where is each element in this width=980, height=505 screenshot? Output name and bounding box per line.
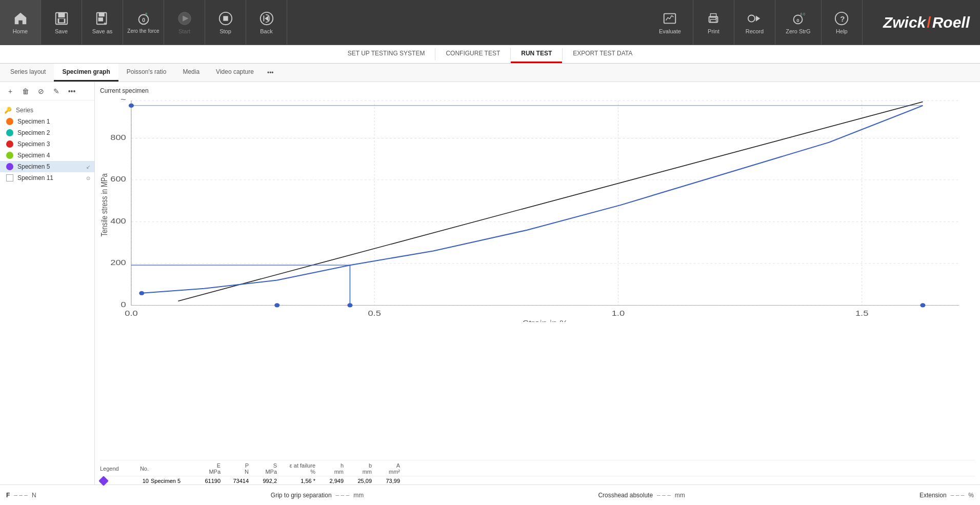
subtab-poissons[interactable]: Poisson's ratio — [118, 64, 175, 82]
svg-marker-29 — [756, 15, 760, 21]
status-extension: Extension – – – % — [919, 492, 974, 499]
grip-value: – – – — [336, 492, 350, 499]
specimen-4-item[interactable]: Specimen 4 — [0, 150, 94, 161]
svg-text:0: 0 — [145, 12, 147, 16]
edit-specimen-button[interactable]: ✎ — [50, 85, 63, 97]
legend-A-val: 73,99 — [372, 478, 400, 484]
svg-point-68 — [920, 303, 925, 307]
subtab-media[interactable]: Media — [174, 64, 208, 82]
crosshead-unit: mm — [675, 492, 685, 499]
help-button[interactable]: ? Help — [822, 0, 863, 45]
legend-E-val: 61190 — [190, 478, 221, 484]
extension-value: – – – — [951, 492, 965, 499]
specimen-1-dot — [6, 118, 13, 125]
stop-button[interactable]: Stop — [205, 0, 246, 45]
specimen-4-dot — [6, 152, 13, 159]
legend-icon-cell — [100, 477, 131, 484]
extension-label: Extension — [919, 492, 947, 499]
subtab-series-layout[interactable]: Series layout — [2, 64, 54, 82]
print-button[interactable]: Print — [693, 0, 734, 45]
legend-h-val: 2,949 — [315, 478, 344, 484]
start-label: Start — [178, 28, 190, 34]
svg-text:0.0: 0.0 — [801, 12, 805, 16]
back-button[interactable]: Back — [246, 0, 287, 45]
subtab-video[interactable]: Video capture — [208, 64, 262, 82]
specimen-1-item[interactable]: Specimen 1 — [0, 116, 94, 127]
specimen-11-item[interactable]: Specimen 11 ⊙ — [0, 172, 94, 184]
svg-point-27 — [716, 17, 717, 19]
svg-text:0.5: 0.5 — [368, 309, 381, 318]
legend-header-row: Legend No. EMPa PN SMPa ε at failure% hm… — [100, 462, 975, 476]
svg-text:1.5: 1.5 — [855, 309, 868, 318]
legend-table: Legend No. EMPa PN SMPa ε at failure% hm… — [100, 460, 975, 484]
specimen-11-icon: ⊙ — [86, 175, 90, 181]
zero-strg-button[interactable]: 0 ↓ 0.0 Zero StrG — [775, 0, 822, 45]
home-button[interactable]: Home — [0, 0, 41, 45]
specimen-2-item[interactable]: Specimen 2 — [0, 127, 94, 138]
crosshead-label: Crosshead absolute — [598, 492, 653, 499]
brand-name: Zwick — [883, 14, 926, 31]
svg-text:1.0: 1.0 — [612, 309, 625, 318]
svg-text:0: 0 — [142, 17, 145, 23]
svg-rect-3 — [59, 18, 64, 22]
svg-text:?: ? — [841, 14, 845, 23]
legend-specimen-dot — [98, 476, 109, 486]
specimen-11-dot — [6, 174, 13, 181]
tab-export[interactable]: EXPORT TEST DATA — [563, 45, 643, 63]
svg-rect-6 — [98, 17, 103, 22]
svg-text:0: 0 — [121, 300, 126, 309]
tab-setup[interactable]: SET UP TESTING SYSTEM — [337, 45, 435, 63]
brand-name2: Roell — [932, 14, 970, 31]
sidebar-tree: 🔑 Series Specimen 1 Specimen 2 Specimen … — [0, 100, 94, 484]
legend-col-epsilon: ε at failure% — [277, 462, 315, 475]
legend-col-no-icon: No. — [131, 466, 149, 472]
svg-text:Tensile stress in MPa: Tensile stress in MPa — [100, 173, 109, 237]
svg-rect-36 — [100, 96, 975, 322]
legend-P-val: 73414 — [221, 478, 249, 484]
chart-svg: 0 200 400 600 800 ~ 0.0 0.5 1.0 1.5 Tens… — [100, 96, 975, 322]
disable-specimen-button[interactable]: ⊘ — [35, 85, 47, 97]
force-value: – – – — [14, 492, 28, 499]
add-specimen-button[interactable]: + — [4, 85, 16, 97]
svg-text:+: + — [103, 21, 106, 26]
brand-logo: Zwick / Roell — [873, 14, 980, 31]
svg-line-22 — [670, 15, 672, 19]
specimen-5-dot — [6, 163, 13, 170]
svg-text:0.0: 0.0 — [125, 309, 137, 318]
svg-marker-17 — [265, 15, 269, 21]
sidebar-toolbar: + 🗑 ⊘ ✎ ••• — [0, 82, 94, 100]
sub-tabs: Series layout Specimen graph Poisson's r… — [0, 64, 980, 82]
delete-specimen-button[interactable]: 🗑 — [19, 85, 32, 97]
chart-title: Current specimen — [100, 87, 975, 94]
start-button[interactable]: Start — [164, 0, 205, 45]
legend-col-S: SMPa — [249, 462, 277, 475]
tab-run[interactable]: RUN TEST — [511, 45, 562, 63]
crosshead-value: – – – — [657, 492, 671, 499]
save-as-button[interactable]: + Save as — [82, 0, 123, 45]
tab-configure[interactable]: CONFIGURE TEST — [435, 45, 510, 63]
grip-label: Grip to grip separation — [271, 492, 332, 499]
subtab-specimen-graph[interactable]: Specimen graph — [54, 64, 118, 82]
save-button[interactable]: Save — [41, 0, 82, 45]
evaluate-button[interactable]: Evaluate — [647, 0, 693, 45]
status-force: F – – – N — [6, 492, 36, 499]
svg-point-69 — [129, 104, 134, 108]
legend-col-A: Amm² — [372, 462, 400, 475]
specimen-5-icon: ↙ — [86, 164, 90, 170]
more-tabs-button[interactable]: ••• — [262, 64, 279, 82]
record-button[interactable]: Record — [734, 0, 775, 45]
svg-rect-5 — [98, 12, 104, 16]
legend-col-P: PN — [221, 462, 249, 475]
svg-rect-1 — [58, 12, 65, 17]
evaluate-label: Evaluate — [659, 28, 681, 34]
more-options-button[interactable]: ••• — [66, 85, 78, 97]
specimen-5-item[interactable]: Specimen 5 ↙ — [0, 161, 94, 172]
help-label: Help — [836, 28, 848, 34]
svg-text:800: 800 — [110, 133, 126, 142]
sidebar: + 🗑 ⊘ ✎ ••• 🔑 Series Specimen 1 Specimen… — [0, 82, 95, 484]
record-label: Record — [746, 28, 764, 34]
specimen-3-item[interactable]: Specimen 3 — [0, 138, 94, 150]
back-label: Back — [260, 28, 272, 34]
zero-force-button[interactable]: 0 ↑ 0 Zero the force — [123, 0, 164, 45]
chart-container[interactable]: 0 200 400 600 800 ~ 0.0 0.5 1.0 1.5 Tens… — [100, 96, 975, 458]
